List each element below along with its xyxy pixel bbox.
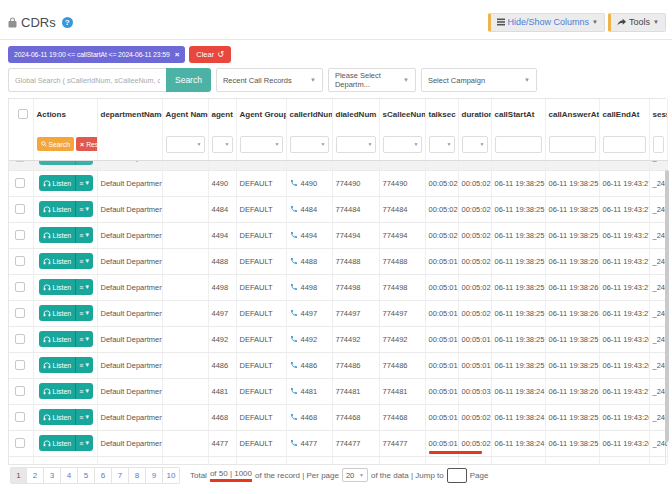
listen-menu-toggle[interactable]: ≡ ▼ <box>75 160 93 165</box>
column-header-dialed-num[interactable]: dialedNum <box>332 99 379 129</box>
listen-menu-toggle[interactable]: ≡ ▼ <box>75 357 93 373</box>
vertical-scrollbar[interactable] <box>665 170 669 442</box>
listen-button[interactable]: Listen ≡ ▼ <box>39 279 94 295</box>
listen-button[interactable]: Listen ≡ ▼ <box>39 409 94 425</box>
listen-menu-toggle[interactable]: ≡ ▼ <box>75 435 93 451</box>
column-header-call-start-at[interactable]: callStartAt <box>491 99 545 129</box>
row-checkbox[interactable] <box>15 334 25 344</box>
campaign-select[interactable]: Select Campaign ▼ <box>421 68 537 92</box>
hide-show-columns-button[interactable]: Hide/Show Columns ▼ <box>488 13 606 32</box>
row-checkbox[interactable] <box>15 178 25 188</box>
phone-icon <box>290 257 298 265</box>
listen-button[interactable]: Listen ≡ ▼ <box>39 175 94 191</box>
filter-search-button[interactable]: Search <box>37 137 75 151</box>
listen-menu-toggle[interactable]: ≡ ▼ <box>75 201 93 217</box>
listen-menu-toggle[interactable]: ≡ ▼ <box>75 331 93 347</box>
page-button[interactable]: 7 <box>112 467 129 484</box>
row-checkbox[interactable] <box>15 360 25 370</box>
row-checkbox[interactable] <box>15 230 25 240</box>
listen-menu-toggle[interactable]: ≡ ▼ <box>75 279 93 295</box>
listen-button[interactable]: Listen ≡ ▼ <box>39 201 94 217</box>
page-button[interactable]: 4 <box>61 467 78 484</box>
menu-icon: ≡ <box>79 383 83 399</box>
filter-dialed-num-select[interactable]: ▼ <box>336 136 376 153</box>
listen-menu-toggle[interactable]: ≡ ▼ <box>75 175 93 191</box>
row-checkbox[interactable] <box>15 282 25 292</box>
recent-call-records-select[interactable]: Recent Call Records ▼ <box>216 68 323 92</box>
chevron-down-icon: ▼ <box>84 336 90 342</box>
filter-call-start-at-input[interactable] <box>495 136 542 153</box>
phone-icon <box>290 231 298 239</box>
listen-button[interactable]: Listen ≡ ▼ <box>39 331 94 347</box>
headset-icon <box>43 440 51 447</box>
cell-agent-name <box>163 275 208 300</box>
cell-s-callee-num: 774497 <box>380 301 425 326</box>
row-checkbox[interactable] <box>15 438 25 448</box>
column-header-agent-name[interactable]: Agent Name <box>162 99 208 129</box>
page-button[interactable]: 8 <box>129 467 146 484</box>
row-checkbox[interactable] <box>15 386 25 396</box>
menu-icon: ≡ <box>79 227 83 243</box>
cell-duration: 00:05:03 <box>459 379 491 404</box>
select-all-checkbox[interactable] <box>18 109 28 119</box>
row-checkbox[interactable] <box>15 204 25 214</box>
listen-menu-toggle[interactable]: ≡ ▼ <box>75 227 93 243</box>
listen-menu-toggle[interactable]: ≡ ▼ <box>75 383 93 399</box>
column-header-agent[interactable]: agent <box>208 99 236 129</box>
help-icon[interactable]: ? <box>62 17 73 28</box>
listen-button[interactable]: Listen ≡ ▼ <box>39 383 94 399</box>
clear-filters-button[interactable]: Clear ↺ <box>189 46 231 63</box>
filter-s-callee-num-select[interactable]: ▼ <box>383 136 422 153</box>
column-header-talksec[interactable]: talksec <box>425 99 458 129</box>
page-button[interactable]: 6 <box>95 467 112 484</box>
column-header-agent-group[interactable]: Agent Group <box>236 99 286 129</box>
listen-menu-toggle[interactable]: ≡ ▼ <box>75 305 93 321</box>
listen-menu-toggle[interactable]: ≡ ▼ <box>75 253 93 269</box>
filter-tag: 2024-06-11 19:00 <= callStartAt <= 2024-… <box>8 46 185 63</box>
department-select[interactable]: Please Select Departm... ▼ <box>328 68 416 92</box>
page-button[interactable]: 3 <box>44 467 61 484</box>
listen-button[interactable]: Listen ≡ ▼ <box>39 435 94 451</box>
row-checkbox[interactable] <box>15 308 25 318</box>
listen-menu-toggle[interactable]: ≡ ▼ <box>75 409 93 425</box>
column-header-call-answer-at[interactable]: callAnswerAt <box>545 99 599 129</box>
listen-button[interactable]: Listen ≡ ▼ <box>39 357 94 373</box>
page-button[interactable]: 1 <box>10 467 27 484</box>
remove-filter-icon[interactable]: × <box>175 50 180 59</box>
filter-agent-group-select[interactable]: ▼ <box>240 136 283 153</box>
filter-duration-select[interactable]: ▼ <box>462 136 488 153</box>
column-header-duration[interactable]: duration <box>458 99 491 129</box>
jump-to-page-input[interactable] <box>447 468 467 483</box>
filter-call-end-at-input[interactable] <box>603 136 646 153</box>
filter-caller-id-num-select[interactable]: ▼ <box>290 136 329 153</box>
page-button[interactable]: 10 <box>163 467 180 484</box>
chevron-down-icon: ▼ <box>524 77 530 83</box>
filter-agent-name-select[interactable]: ▼ <box>166 136 205 153</box>
listen-button[interactable]: Listen ≡ ▼ <box>39 227 94 243</box>
column-header-call-end-at[interactable]: callEndAt <box>599 99 649 129</box>
filter-talksec-select[interactable]: ▼ <box>429 136 455 153</box>
row-checkbox[interactable] <box>15 412 25 422</box>
page-button[interactable]: 9 <box>146 467 163 484</box>
column-header-sess[interactable]: sess <box>649 99 667 129</box>
page-button[interactable]: 5 <box>78 467 95 484</box>
filter-sess-input[interactable] <box>653 136 664 153</box>
filter-agent-select[interactable]: ▼ <box>212 136 233 153</box>
row-checkbox[interactable] <box>15 160 25 162</box>
cell-call-end-at: 06-11 19:43:27 <box>600 223 649 248</box>
column-header-caller-id-num[interactable]: callerIdNum <box>286 99 332 129</box>
column-header-department-name[interactable]: departmentName <box>97 99 162 129</box>
row-checkbox[interactable] <box>15 256 25 266</box>
filter-call-answer-at-input[interactable] <box>549 136 596 153</box>
column-header-actions[interactable]: Actions <box>33 99 97 129</box>
page-button[interactable]: 2 <box>27 467 44 484</box>
global-search-input[interactable] <box>8 68 166 92</box>
tools-button[interactable]: Tools ▼ <box>608 13 666 32</box>
search-button[interactable]: Search <box>166 68 211 92</box>
filter-reset-button[interactable]: × Reset <box>76 137 97 151</box>
per-page-select[interactable]: 20 ▼ <box>342 468 368 482</box>
listen-button[interactable]: Listen ≡ ▼ <box>39 160 94 165</box>
listen-button[interactable]: Listen ≡ ▼ <box>39 253 94 269</box>
column-header-s-callee-num[interactable]: sCalleeNum <box>379 99 425 129</box>
listen-button[interactable]: Listen ≡ ▼ <box>39 305 94 321</box>
